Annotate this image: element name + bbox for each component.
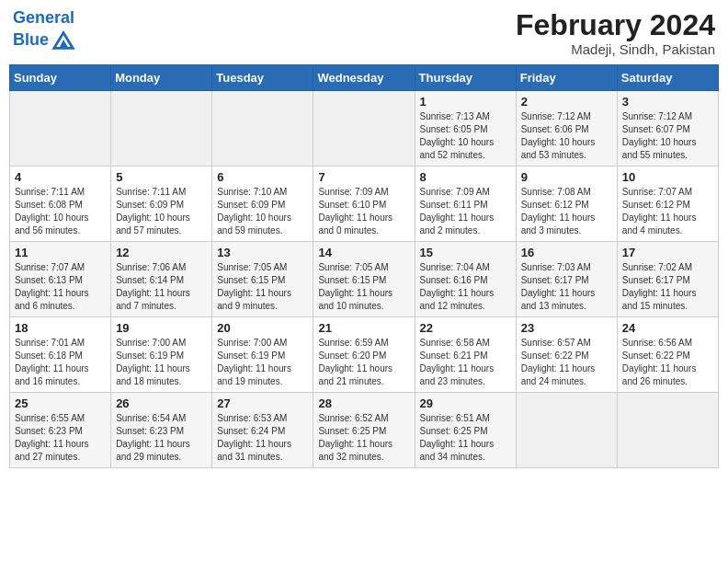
week-row-5: 25Sunrise: 6:55 AM Sunset: 6:23 PM Dayli… bbox=[10, 393, 719, 468]
day-info: Sunrise: 7:04 AM Sunset: 6:16 PM Dayligh… bbox=[420, 261, 511, 313]
day-info: Sunrise: 7:09 AM Sunset: 6:10 PM Dayligh… bbox=[318, 186, 409, 237]
logo-general: General bbox=[13, 8, 74, 27]
day-number: 20 bbox=[217, 321, 308, 335]
calendar-cell: 19Sunrise: 7:00 AM Sunset: 6:19 PM Dayli… bbox=[111, 317, 212, 393]
day-number: 7 bbox=[318, 170, 409, 184]
day-info: Sunrise: 7:07 AM Sunset: 6:12 PM Dayligh… bbox=[622, 186, 713, 237]
location: Madeji, Sindh, Pakistan bbox=[516, 41, 715, 57]
day-number: 1 bbox=[420, 95, 511, 109]
day-number: 3 bbox=[622, 95, 713, 109]
calendar-cell: 7Sunrise: 7:09 AM Sunset: 6:10 PM Daylig… bbox=[313, 167, 415, 242]
day-number: 14 bbox=[318, 246, 409, 259]
weekday-header-tuesday: Tuesday bbox=[212, 65, 313, 91]
weekday-header-thursday: Thursday bbox=[415, 65, 516, 91]
day-info: Sunrise: 7:08 AM Sunset: 6:12 PM Dayligh… bbox=[521, 186, 612, 237]
calendar-cell: 18Sunrise: 7:01 AM Sunset: 6:18 PM Dayli… bbox=[10, 317, 111, 393]
logo-blue: Blue bbox=[13, 31, 49, 50]
day-info: Sunrise: 6:52 AM Sunset: 6:25 PM Dayligh… bbox=[318, 412, 409, 464]
day-number: 12 bbox=[116, 246, 207, 259]
calendar-cell bbox=[111, 91, 212, 167]
logo-icon bbox=[51, 28, 76, 53]
day-info: Sunrise: 7:07 AM Sunset: 6:13 PM Dayligh… bbox=[15, 261, 106, 313]
calendar-cell: 9Sunrise: 7:08 AM Sunset: 6:12 PM Daylig… bbox=[516, 167, 617, 242]
weekday-header-monday: Monday bbox=[111, 65, 212, 91]
calendar-cell: 4Sunrise: 7:11 AM Sunset: 6:08 PM Daylig… bbox=[10, 167, 111, 242]
day-info: Sunrise: 7:02 AM Sunset: 6:17 PM Dayligh… bbox=[622, 261, 713, 313]
calendar-cell: 8Sunrise: 7:09 AM Sunset: 6:11 PM Daylig… bbox=[415, 167, 516, 242]
page-header: General Blue February 2024 Madeji, Sindh… bbox=[9, 9, 719, 57]
calendar-cell: 24Sunrise: 6:56 AM Sunset: 6:22 PM Dayli… bbox=[617, 317, 718, 393]
day-number: 24 bbox=[622, 321, 713, 335]
calendar-cell bbox=[313, 91, 415, 167]
calendar-cell: 2Sunrise: 7:12 AM Sunset: 6:06 PM Daylig… bbox=[516, 91, 617, 167]
logo: General Blue bbox=[13, 9, 76, 53]
calendar-cell bbox=[617, 393, 718, 468]
calendar-cell: 28Sunrise: 6:52 AM Sunset: 6:25 PM Dayli… bbox=[313, 393, 415, 468]
weekday-header-wednesday: Wednesday bbox=[313, 65, 415, 91]
calendar-cell bbox=[212, 91, 313, 167]
calendar-cell: 5Sunrise: 7:11 AM Sunset: 6:09 PM Daylig… bbox=[111, 167, 212, 242]
day-number: 27 bbox=[217, 396, 308, 410]
title-block: February 2024 Madeji, Sindh, Pakistan bbox=[516, 9, 715, 57]
day-info: Sunrise: 7:09 AM Sunset: 6:11 PM Dayligh… bbox=[420, 186, 511, 237]
day-info: Sunrise: 7:11 AM Sunset: 6:09 PM Dayligh… bbox=[116, 186, 207, 237]
calendar-cell: 29Sunrise: 6:51 AM Sunset: 6:25 PM Dayli… bbox=[415, 393, 516, 468]
calendar-cell: 17Sunrise: 7:02 AM Sunset: 6:17 PM Dayli… bbox=[617, 242, 718, 317]
calendar-cell: 10Sunrise: 7:07 AM Sunset: 6:12 PM Dayli… bbox=[617, 167, 718, 242]
day-info: Sunrise: 6:51 AM Sunset: 6:25 PM Dayligh… bbox=[420, 412, 511, 464]
day-info: Sunrise: 7:11 AM Sunset: 6:08 PM Dayligh… bbox=[15, 186, 106, 237]
week-row-3: 11Sunrise: 7:07 AM Sunset: 6:13 PM Dayli… bbox=[10, 242, 719, 317]
day-info: Sunrise: 7:10 AM Sunset: 6:09 PM Dayligh… bbox=[217, 186, 308, 237]
day-info: Sunrise: 7:12 AM Sunset: 6:06 PM Dayligh… bbox=[521, 110, 612, 162]
day-number: 5 bbox=[116, 170, 207, 184]
day-number: 22 bbox=[420, 321, 511, 335]
day-info: Sunrise: 6:56 AM Sunset: 6:22 PM Dayligh… bbox=[622, 337, 713, 388]
calendar-cell: 13Sunrise: 7:05 AM Sunset: 6:15 PM Dayli… bbox=[212, 242, 313, 317]
day-info: Sunrise: 7:13 AM Sunset: 6:05 PM Dayligh… bbox=[420, 110, 511, 162]
calendar-cell: 26Sunrise: 6:54 AM Sunset: 6:23 PM Dayli… bbox=[111, 393, 212, 468]
calendar-cell bbox=[10, 91, 111, 167]
day-number: 25 bbox=[15, 396, 106, 410]
day-info: Sunrise: 6:54 AM Sunset: 6:23 PM Dayligh… bbox=[116, 412, 207, 464]
day-info: Sunrise: 7:05 AM Sunset: 6:15 PM Dayligh… bbox=[318, 261, 409, 313]
day-info: Sunrise: 7:03 AM Sunset: 6:17 PM Dayligh… bbox=[521, 261, 612, 313]
day-number: 13 bbox=[217, 246, 308, 259]
day-number: 23 bbox=[521, 321, 612, 335]
calendar-cell: 23Sunrise: 6:57 AM Sunset: 6:22 PM Dayli… bbox=[516, 317, 617, 393]
week-row-1: 1Sunrise: 7:13 AM Sunset: 6:05 PM Daylig… bbox=[10, 91, 719, 167]
calendar-cell: 12Sunrise: 7:06 AM Sunset: 6:14 PM Dayli… bbox=[111, 242, 212, 317]
day-number: 2 bbox=[521, 95, 612, 109]
calendar-cell: 21Sunrise: 6:59 AM Sunset: 6:20 PM Dayli… bbox=[313, 317, 415, 393]
calendar-cell: 15Sunrise: 7:04 AM Sunset: 6:16 PM Dayli… bbox=[415, 242, 516, 317]
day-info: Sunrise: 7:00 AM Sunset: 6:19 PM Dayligh… bbox=[116, 337, 207, 388]
day-number: 26 bbox=[116, 396, 207, 410]
day-number: 18 bbox=[15, 321, 106, 335]
day-info: Sunrise: 6:57 AM Sunset: 6:22 PM Dayligh… bbox=[521, 337, 612, 388]
day-info: Sunrise: 7:01 AM Sunset: 6:18 PM Dayligh… bbox=[15, 337, 106, 388]
day-number: 17 bbox=[622, 246, 713, 259]
day-info: Sunrise: 7:05 AM Sunset: 6:15 PM Dayligh… bbox=[217, 261, 308, 313]
day-info: Sunrise: 7:12 AM Sunset: 6:07 PM Dayligh… bbox=[622, 110, 713, 162]
day-info: Sunrise: 6:58 AM Sunset: 6:21 PM Dayligh… bbox=[420, 337, 511, 388]
day-info: Sunrise: 6:55 AM Sunset: 6:23 PM Dayligh… bbox=[15, 412, 106, 464]
day-number: 10 bbox=[622, 170, 713, 184]
day-info: Sunrise: 7:00 AM Sunset: 6:19 PM Dayligh… bbox=[217, 337, 308, 388]
weekday-header-saturday: Saturday bbox=[617, 65, 718, 91]
day-number: 8 bbox=[420, 170, 511, 184]
day-number: 15 bbox=[420, 246, 511, 259]
day-info: Sunrise: 7:06 AM Sunset: 6:14 PM Dayligh… bbox=[116, 261, 207, 313]
calendar-cell: 16Sunrise: 7:03 AM Sunset: 6:17 PM Dayli… bbox=[516, 242, 617, 317]
calendar-cell: 11Sunrise: 7:07 AM Sunset: 6:13 PM Dayli… bbox=[10, 242, 111, 317]
calendar-cell: 27Sunrise: 6:53 AM Sunset: 6:24 PM Dayli… bbox=[212, 393, 313, 468]
day-number: 29 bbox=[420, 396, 511, 410]
month-title: February 2024 bbox=[516, 9, 715, 41]
calendar-cell: 14Sunrise: 7:05 AM Sunset: 6:15 PM Dayli… bbox=[313, 242, 415, 317]
calendar-cell: 22Sunrise: 6:58 AM Sunset: 6:21 PM Dayli… bbox=[415, 317, 516, 393]
day-number: 4 bbox=[15, 170, 106, 184]
calendar-cell: 1Sunrise: 7:13 AM Sunset: 6:05 PM Daylig… bbox=[415, 91, 516, 167]
calendar-cell: 3Sunrise: 7:12 AM Sunset: 6:07 PM Daylig… bbox=[617, 91, 718, 167]
calendar-cell: 25Sunrise: 6:55 AM Sunset: 6:23 PM Dayli… bbox=[10, 393, 111, 468]
calendar-cell: 6Sunrise: 7:10 AM Sunset: 6:09 PM Daylig… bbox=[212, 167, 313, 242]
week-row-4: 18Sunrise: 7:01 AM Sunset: 6:18 PM Dayli… bbox=[10, 317, 719, 393]
day-number: 9 bbox=[521, 170, 612, 184]
